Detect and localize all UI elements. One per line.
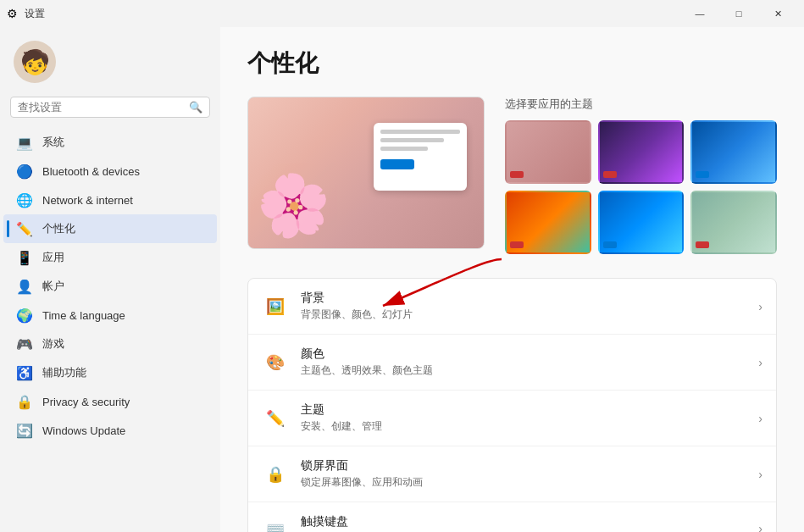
theme-bar-6	[692, 237, 775, 252]
theme-indicator-1	[510, 171, 524, 178]
menu-item-sub-background: 背景图像、颜色、幻灯片	[301, 308, 746, 322]
sidebar-item-personalization[interactable]: ✏️ 个性化	[3, 214, 217, 243]
theme-bar-1	[507, 167, 590, 182]
theme-indicator-4	[510, 241, 524, 248]
theme-thumb-1[interactable]	[505, 120, 591, 184]
menu-item-theme[interactable]: ✏️ 主题 安装、创建、管理 ›	[248, 391, 776, 446]
menu-item-sub-color: 主题色、透明效果、颜色主题	[301, 363, 746, 378]
theme-preview-window	[374, 123, 467, 191]
sidebar-item-apps[interactable]: 📱 应用	[3, 243, 217, 272]
gaming-icon: 🎮	[17, 336, 32, 352]
menu-item-text-background: 背景 背景图像、颜色、幻灯片	[301, 291, 746, 322]
search-input[interactable]	[18, 101, 184, 114]
windows-update-icon: 🔄	[17, 423, 32, 438]
sidebar-item-label-apps: 应用	[42, 250, 64, 265]
theme-grid	[505, 120, 777, 254]
sidebar-item-bluetooth[interactable]: 🔵 Bluetooth & devices	[3, 157, 217, 186]
menu-item-title-lockscreen: 锁屏界面	[301, 458, 746, 474]
theme-indicator-6	[696, 241, 709, 248]
theme-preview-main: 🌸	[247, 97, 485, 249]
preview-button	[380, 159, 414, 169]
menu-item-text-lockscreen: 锁屏界面 锁定屏幕图像、应用和动画	[301, 458, 746, 490]
sidebar: 🧒 🔍 💻 系统 🔵 Bluetooth & devices 🌐 Network…	[0, 27, 220, 532]
menu-item-background[interactable]: 🖼️ 背景 背景图像、颜色、幻灯片 ›	[248, 279, 776, 335]
menu-item-text-theme: 主题 安装、创建、管理	[301, 402, 746, 434]
menu-item-title-touchkeyboard: 触摸键盘	[301, 514, 746, 529]
network-icon: 🌐	[17, 192, 32, 208]
menu-item-touchkeyboard[interactable]: ⌨️ 触摸键盘 Themes, size ›	[248, 502, 776, 532]
theme-bar-2	[600, 167, 683, 182]
system-icon: 💻	[17, 135, 32, 150]
search-box[interactable]: 🔍	[10, 97, 210, 118]
menu-item-lockscreen[interactable]: 🔒 锁屏界面 锁定屏幕图像、应用和动画 ›	[248, 446, 776, 502]
theme-thumb-4[interactable]	[505, 191, 591, 254]
menu-item-text-color: 颜色 主题色、透明效果、颜色主题	[301, 346, 746, 378]
theme-thumb-5[interactable]	[598, 191, 685, 254]
menu-item-title-color: 颜色	[301, 346, 746, 362]
lockscreen-icon: 🔒	[262, 461, 289, 488]
title-bar: ⚙ 设置 — □ ✕	[0, 0, 804, 27]
theme-thumb-6[interactable]	[690, 191, 777, 254]
preview-line-1	[380, 130, 460, 134]
title-bar-controls: — □ ✕	[680, 0, 797, 27]
sidebar-item-accessibility[interactable]: ♿ 辅助功能	[3, 358, 217, 387]
menu-item-color[interactable]: 🎨 颜色 主题色、透明效果、颜色主题 ›	[248, 335, 776, 391]
menu-item-text-touchkeyboard: 触摸键盘 Themes, size	[301, 514, 746, 532]
search-icon: 🔍	[189, 101, 202, 114]
menu-item-title-background: 背景	[301, 291, 746, 306]
sidebar-item-gaming[interactable]: 🎮 游戏	[3, 330, 217, 358]
theme-indicator-2	[603, 171, 617, 178]
menu-item-sub-lockscreen: 锁定屏幕图像、应用和动画	[301, 475, 746, 490]
sidebar-item-label-accessibility: 辅助功能	[42, 365, 86, 380]
sidebar-item-system[interactable]: 💻 系统	[3, 128, 217, 157]
theme-bar-5	[600, 237, 683, 252]
sidebar-item-windows-update[interactable]: 🔄 Windows Update	[3, 416, 217, 445]
privacy-icon: 🔒	[17, 394, 32, 409]
theme-bar-3	[692, 167, 775, 182]
sidebar-item-accounts[interactable]: 👤 帐户	[3, 272, 217, 301]
theme-grid-label: 选择要应用的主题	[505, 97, 777, 112]
sidebar-item-label-gaming: 游戏	[42, 336, 64, 352]
theme-thumb-3[interactable]	[690, 120, 777, 184]
theme-icon: ✏️	[262, 405, 289, 432]
main-container: 🧒 🔍 💻 系统 🔵 Bluetooth & devices 🌐 Network…	[0, 27, 804, 532]
theme-indicator-5	[603, 241, 617, 248]
sidebar-item-label-time: Time & language	[42, 309, 125, 322]
content-wrapper: 个性化 🌸 选择要应用的主题	[247, 47, 777, 532]
avatar: 🧒	[14, 41, 56, 83]
theme-section: 🌸 选择要应用的主题	[247, 97, 777, 254]
sidebar-item-label-network: Network & internet	[42, 194, 133, 207]
page-title: 个性化	[247, 47, 777, 80]
sidebar-item-label-accounts: 帐户	[42, 279, 64, 294]
sidebar-item-label-privacy: Privacy & security	[42, 396, 130, 408]
theme-indicator-3	[696, 171, 709, 178]
close-button[interactable]: ✕	[758, 0, 797, 27]
theme-grid-section: 选择要应用的主题	[505, 97, 777, 254]
maximize-button[interactable]: □	[719, 0, 758, 27]
title-bar-left: ⚙ 设置	[7, 7, 45, 21]
personalization-icon: ✏️	[17, 221, 32, 236]
menu-item-arrow-color: ›	[758, 356, 762, 369]
sidebar-item-label-system: 系统	[42, 135, 64, 150]
minimize-button[interactable]: —	[680, 0, 719, 27]
menu-item-arrow-theme: ›	[758, 412, 762, 425]
sidebar-item-label-personalization: 个性化	[42, 221, 75, 236]
menu-item-arrow-lockscreen: ›	[758, 468, 762, 481]
content-area: 个性化 🌸 选择要应用的主题	[220, 27, 804, 532]
sidebar-item-network[interactable]: 🌐 Network & internet	[3, 186, 217, 214]
accessibility-icon: ♿	[17, 365, 32, 380]
background-icon: 🖼️	[262, 293, 289, 320]
theme-thumb-2[interactable]	[598, 120, 685, 184]
menu-item-arrow-background: ›	[758, 300, 762, 313]
apps-icon: 📱	[17, 250, 32, 265]
app-icon: ⚙	[7, 7, 18, 20]
time-icon: 🌍	[17, 308, 32, 323]
theme-bar-4	[507, 237, 590, 252]
preview-line-2	[380, 138, 444, 142]
touchkeyboard-icon: ⌨️	[262, 515, 289, 532]
accounts-icon: 👤	[17, 279, 32, 294]
menu-list: 🖼️ 背景 背景图像、颜色、幻灯片 › 🎨 颜色 主题色、透明效果、颜色主题 ›	[247, 278, 777, 532]
sidebar-item-time[interactable]: 🌍 Time & language	[3, 301, 217, 330]
sidebar-item-privacy[interactable]: 🔒 Privacy & security	[3, 387, 217, 416]
sidebar-item-label-bluetooth: Bluetooth & devices	[42, 165, 140, 178]
